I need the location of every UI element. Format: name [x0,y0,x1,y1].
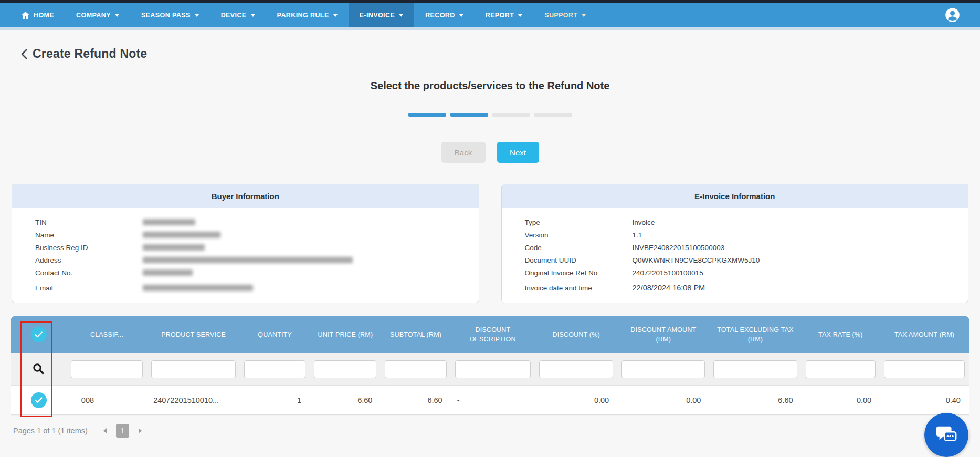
redacted-value [143,269,193,276]
nav-item-support[interactable]: SUPPORT [533,3,597,27]
next-button[interactable]: Next [497,142,539,163]
chevron-down-icon [333,14,338,17]
nav-label: COMPANY [76,12,111,19]
filter-discount-percent-input[interactable] [539,360,613,378]
info-value: 1.1 [633,231,642,239]
home-icon [22,12,29,19]
cell-quantity: 1 [240,386,310,414]
info-row-tin: TIN [35,216,468,228]
progress-segment [534,113,572,117]
chevron-right-icon [139,428,142,433]
filter-discount-description-input[interactable] [455,360,531,378]
current-page-button[interactable]: 1 [116,424,129,438]
search-icon [32,362,45,376]
chevron-down-icon [115,14,119,17]
redacted-value [143,257,353,263]
column-header-discount-percent[interactable]: DISCOUNT (%) [535,316,617,353]
next-page-button[interactable] [134,424,146,437]
nav-item-season-pass[interactable]: SEASON PASS [130,3,210,27]
pagination-summary: Pages 1 of 1 (1 items) [13,427,88,435]
pagination: Pages 1 of 1 (1 items) 1 [13,424,980,438]
info-label: TIN [35,219,143,226]
select-all-checkbox[interactable] [31,327,47,342]
cell-discount-percent: 0.00 [535,386,617,414]
filter-classification-input[interactable] [71,360,143,378]
back-button[interactable]: Back [441,142,486,163]
filter-subtotal-input[interactable] [385,360,446,378]
cell-discount-amount: 0.00 [617,386,709,414]
chevron-down-icon [195,14,199,17]
column-header-discount-amount[interactable]: DISCOUNT AMOUNT (RM) [617,316,709,353]
nav-item-record[interactable]: RECORD [414,3,475,27]
user-account-icon[interactable] [945,7,960,23]
column-header-classification[interactable]: CLASSIF... [67,316,147,353]
progress-segment [492,113,530,117]
back-chevron-icon[interactable] [21,49,27,59]
info-label: Document UUID [525,256,633,264]
chevron-down-icon [399,14,403,17]
info-label: Invoice date and time [525,284,633,292]
cell-total-excluding-tax: 6.60 [709,386,801,414]
cell-tax-amount: 0.40 [880,386,969,414]
column-header-tax-rate[interactable]: TAX RATE (%) [802,316,880,353]
info-label: Address [35,256,143,264]
chat-widget-button[interactable] [924,413,968,457]
info-label: Version [525,231,633,239]
redacted-value [143,219,195,225]
column-header-product-service[interactable]: PRODUCT SERVICE [147,316,240,353]
page-title: Create Refund Note [33,47,147,61]
chevron-down-icon [251,14,255,17]
nav-item-report[interactable]: REPORT [475,3,534,27]
nav-item-home[interactable]: HOME [10,3,65,27]
progress-segment [450,113,488,117]
chevron-left-icon [103,428,107,433]
filter-unit-price-input[interactable] [314,360,376,378]
nav-label: REPORT [486,12,514,19]
filter-product-service-input[interactable] [151,360,236,378]
info-value: 240722015100100015 [633,269,703,277]
column-header-tax-amount[interactable]: TAX AMOUNT (RM) [880,316,969,353]
previous-page-button[interactable] [99,424,111,437]
progress-bar [0,113,980,117]
info-row-business-reg-id: Business Reg ID [35,241,468,254]
nav-item-company[interactable]: COMPANY [65,3,130,27]
step-title: Select the products/services to the Refu… [0,80,980,92]
info-label: Type [525,219,633,226]
column-header-discount-description[interactable]: DISCOUNT DESCRIPTION [451,316,535,353]
buyer-information-panel: Buyer Information TIN Name Business Reg … [12,184,479,303]
nav-item-parking-rule[interactable]: PARKING RULE [266,3,349,27]
info-label: Email [35,284,143,292]
nav-item-e-invoice[interactable]: E-INVOICE [349,3,415,27]
cell-tax-rate: 0.00 [802,386,880,414]
column-header-subtotal[interactable]: SUBTOTAL (RM) [381,316,450,353]
chevron-down-icon [582,14,586,17]
select-all-cell [11,316,67,353]
info-row-code: Code INVBE240822015100500003 [525,241,958,254]
products-table: CLASSIF... PRODUCT SERVICE QUANTITY UNIT… [11,316,969,415]
nav-label: SEASON PASS [141,12,191,19]
redacted-value [143,244,205,251]
table-row[interactable]: 008 24072201510010... 1 6.60 6.60 - 0.00… [11,386,969,415]
nav-label: DEVICE [221,12,247,19]
nav-label: PARKING RULE [277,12,329,19]
info-label: Name [35,231,143,239]
column-header-total-excluding-tax[interactable]: TOTAL EXCLUDING TAX (RM) [709,316,801,353]
filter-quantity-input[interactable] [244,360,305,378]
filter-tax-rate-input[interactable] [806,360,876,378]
filter-total-excluding-tax-input[interactable] [713,360,797,378]
redacted-value [143,232,220,238]
column-header-quantity[interactable]: QUANTITY [240,316,310,353]
row-select-checkbox[interactable] [31,392,47,408]
nav-label: SUPPORT [544,12,577,19]
info-row-original-invoice-ref-no: Original Invoice Ref No 2407220151001000… [525,266,958,279]
nav-label: E-INVOICE [360,12,395,19]
info-value: Q0WKWNRTN9CVE8CCPKGXMW5J10 [633,256,760,264]
top-nav: HOME COMPANY SEASON PASS DEVICE PARKING … [0,3,980,30]
filter-tax-amount-input[interactable] [884,360,965,378]
nav-label: HOME [34,12,54,19]
info-row-contact-no: Contact No. [35,266,468,279]
column-header-unit-price[interactable]: UNIT PRICE (RM) [310,316,381,353]
filter-discount-amount-input[interactable] [621,360,705,378]
info-label: Business Reg ID [35,244,143,252]
nav-item-device[interactable]: DEVICE [210,3,266,27]
